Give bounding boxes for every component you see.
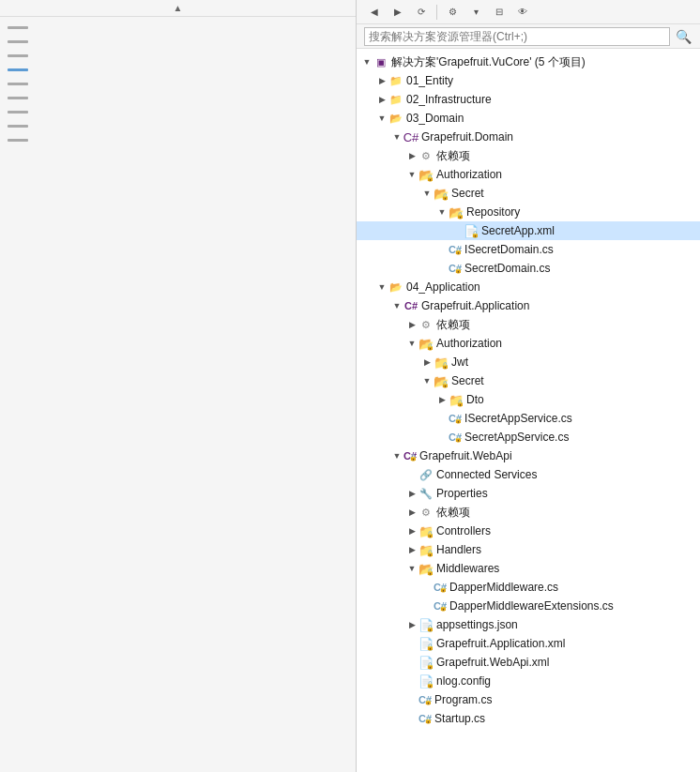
app-xml-icon: 📄 🔒 bbox=[418, 637, 434, 651]
sidebar-mark-3[interactable] bbox=[8, 54, 28, 57]
app-secret-item[interactable]: ▼ 📂 🔒 Secret bbox=[357, 371, 700, 390]
sidebar-mark-6[interactable] bbox=[8, 97, 28, 99]
handlers-expand[interactable]: ▶ bbox=[405, 543, 418, 556]
appsettings-expand[interactable]: ▶ bbox=[405, 618, 418, 631]
properties-expand[interactable]: ▶ bbox=[405, 487, 418, 500]
sidebar-mark-5[interactable] bbox=[8, 83, 28, 85]
app-auth-folder-icon: 📂 🔒 bbox=[418, 337, 434, 351]
controllers-expand[interactable]: ▶ bbox=[405, 524, 418, 537]
domain-deps-label: 依赖项 bbox=[436, 148, 470, 164]
connected-label: Connected Services bbox=[436, 468, 537, 481]
program-icon: C# 🔒 bbox=[418, 694, 432, 705]
properties-item[interactable]: ▶ 🔧 Properties bbox=[357, 484, 700, 503]
secretappservice-item[interactable]: C# 🔒 SecretAppService.cs bbox=[357, 428, 700, 447]
application-folder-item[interactable]: ▼ 📂 04_Application bbox=[357, 278, 700, 296]
infra-expand[interactable]: ▶ bbox=[375, 93, 388, 106]
startup-item[interactable]: C# 🔒 Startup.cs bbox=[357, 709, 700, 728]
isecretdomain-item[interactable]: C# 🔒 ISecretDomain.cs bbox=[357, 240, 700, 259]
application-expand[interactable]: ▼ bbox=[375, 280, 388, 294]
solution-root[interactable]: ▼ ▣ 解决方案'Grapefruit.VuCore' (5 个项目) bbox=[357, 53, 700, 71]
startup-label: Startup.cs bbox=[434, 712, 485, 725]
app-deps-icon: ⚙ bbox=[418, 317, 434, 332]
program-item[interactable]: C# 🔒 Program.cs bbox=[357, 690, 700, 709]
forward-button[interactable]: ▶ bbox=[388, 3, 408, 22]
domain-project-icon: C# bbox=[403, 129, 418, 144]
webapi-deps-expand[interactable]: ▶ bbox=[405, 506, 418, 519]
sidebar-mark-4[interactable] bbox=[8, 68, 28, 71]
domain-auth-item[interactable]: ▼ 📂 🔒 Authorization bbox=[357, 165, 700, 184]
app-auth-expand[interactable]: ▼ bbox=[405, 337, 418, 350]
infrastructure-item[interactable]: ▶ 📁 02_Infrastructure bbox=[357, 90, 700, 109]
domain-secret-label: Secret bbox=[451, 187, 484, 200]
sync-button[interactable]: ⟳ bbox=[411, 3, 432, 22]
webapi-project-label: Grapefruit.WebApi bbox=[419, 449, 512, 462]
middlewares-expand[interactable]: ▼ bbox=[405, 562, 418, 575]
middlewares-icon: 📂 🔒 bbox=[418, 562, 434, 576]
repository-item[interactable]: ▼ 📂 🔒 Repository bbox=[357, 203, 700, 221]
webapi-project-expand[interactable]: ▼ bbox=[390, 449, 403, 462]
domain-folder-item[interactable]: ▼ 📂 03_Domain bbox=[357, 109, 700, 128]
app-secret-folder-icon: 📂 🔒 bbox=[434, 374, 449, 388]
repository-expand[interactable]: ▼ bbox=[435, 205, 449, 219]
connected-services-item[interactable]: 🔗 Connected Services bbox=[357, 465, 700, 484]
entity-expand[interactable]: ▶ bbox=[375, 74, 388, 87]
app-deps-item[interactable]: ▶ ⚙ 依赖项 bbox=[357, 315, 700, 334]
domain-deps-icon: ⚙ bbox=[418, 148, 434, 163]
sidebar-mark-8[interactable] bbox=[8, 125, 28, 128]
domain-project-expand[interactable]: ▼ bbox=[390, 130, 403, 144]
nlog-item[interactable]: 📄 🔒 nlog.config bbox=[357, 672, 700, 690]
app-project-icon: C# bbox=[403, 298, 418, 313]
domain-secret-expand[interactable]: ▼ bbox=[420, 187, 434, 200]
webapi-deps-item[interactable]: ▶ ⚙ 依赖项 bbox=[357, 503, 700, 522]
search-button[interactable]: 🔍 bbox=[674, 27, 692, 46]
domain-deps-expand[interactable]: ▶ bbox=[405, 149, 418, 162]
domain-project-item[interactable]: ▼ C# Grapefruit.Domain bbox=[357, 128, 700, 146]
secretappservice-label: SecretAppService.cs bbox=[464, 431, 569, 444]
back-button[interactable]: ◀ bbox=[364, 3, 385, 22]
preview-button[interactable]: 👁 bbox=[512, 3, 533, 22]
app-deps-label: 依赖项 bbox=[436, 317, 470, 333]
app-jwt-item[interactable]: ▶ 📁 🔒 Jwt bbox=[357, 353, 700, 371]
domain-secret-item[interactable]: ▼ 📂 🔒 Secret bbox=[357, 184, 700, 203]
solution-expand[interactable]: ▼ bbox=[360, 55, 373, 68]
sidebar-mark-9[interactable] bbox=[8, 139, 28, 142]
sidebar-mark-1[interactable] bbox=[8, 26, 28, 29]
secretapp-xml-item[interactable]: 📄 🔒 SecretApp.xml bbox=[357, 221, 700, 240]
sidebar-mark-7[interactable] bbox=[8, 111, 28, 114]
domain-deps-item[interactable]: ▶ ⚙ 依赖项 bbox=[357, 146, 700, 165]
app-jwt-expand[interactable]: ▶ bbox=[420, 356, 434, 369]
toolbar-separator bbox=[436, 5, 437, 20]
domain-auth-label: Authorization bbox=[436, 168, 502, 181]
app-auth-item[interactable]: ▼ 📂 🔒 Authorization bbox=[357, 334, 700, 353]
collapse-button[interactable]: ⊟ bbox=[489, 3, 510, 22]
app-dto-item[interactable]: ▶ 📁 🔒 Dto bbox=[357, 390, 700, 409]
sidebar-scroll-up[interactable]: ▲ bbox=[0, 0, 356, 17]
isecretappservice-item[interactable]: C# 🔒 ISecretAppService.cs bbox=[357, 409, 700, 428]
app-project-expand[interactable]: ▼ bbox=[390, 299, 403, 312]
app-deps-expand[interactable]: ▶ bbox=[405, 318, 418, 331]
domain-expand[interactable]: ▼ bbox=[375, 112, 388, 125]
webapi-project-icon: C# 🔒 bbox=[403, 450, 417, 462]
webapi-xml-item[interactable]: 📄 🔒 Grapefruit.WebApi.xml bbox=[357, 653, 700, 672]
solution-label: 解决方案'Grapefruit.VuCore' (5 个项目) bbox=[391, 54, 586, 70]
appsettings-item[interactable]: ▶ 📄 🔒 appsettings.json bbox=[357, 615, 700, 634]
domain-auth-expand[interactable]: ▼ bbox=[405, 168, 418, 181]
controllers-item[interactable]: ▶ 📁 🔒 Controllers bbox=[357, 522, 700, 540]
app-dto-expand[interactable]: ▶ bbox=[435, 393, 449, 406]
appsettings-label: appsettings.json bbox=[436, 618, 518, 631]
app-project-item[interactable]: ▼ C# Grapefruit.Application bbox=[357, 296, 700, 315]
settings-button[interactable]: ⚙ bbox=[442, 3, 463, 22]
handlers-item[interactable]: ▶ 📁 🔒 Handlers bbox=[357, 540, 700, 559]
filter-button[interactable]: ▾ bbox=[465, 3, 486, 22]
entity-item[interactable]: ▶ 📁 01_Entity bbox=[357, 71, 700, 90]
app-xml-item[interactable]: 📄 🔒 Grapefruit.Application.xml bbox=[357, 634, 700, 653]
sidebar-mark-2[interactable] bbox=[8, 40, 28, 43]
webapi-project-item[interactable]: ▼ C# 🔒 Grapefruit.WebApi bbox=[357, 447, 700, 465]
app-project-label: Grapefruit.Application bbox=[421, 299, 529, 312]
dapper-middleware-item[interactable]: C# 🔒 DapperMiddleware.cs bbox=[357, 578, 700, 597]
middlewares-item[interactable]: ▼ 📂 🔒 Middlewares bbox=[357, 559, 700, 578]
dapper-mw-ext-item[interactable]: C# 🔒 DapperMiddlewareExtensions.cs bbox=[357, 597, 700, 615]
secretdomain-item[interactable]: C# 🔒 SecretDomain.cs bbox=[357, 259, 700, 278]
search-input[interactable] bbox=[364, 27, 670, 46]
app-secret-expand[interactable]: ▼ bbox=[420, 374, 434, 387]
